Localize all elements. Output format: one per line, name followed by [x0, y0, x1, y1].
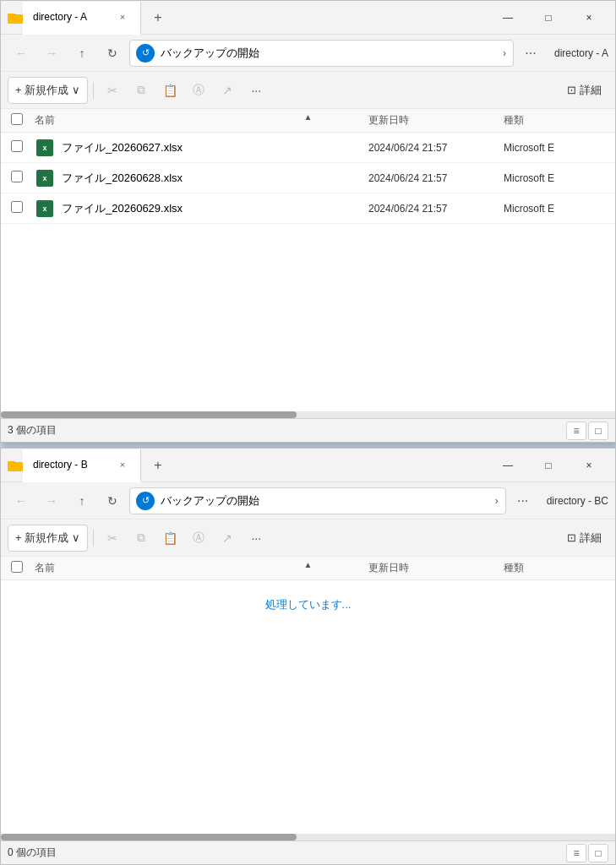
row-check-input-1-a[interactable] — [11, 140, 23, 152]
list-view-btn-a[interactable]: ≡ — [566, 422, 586, 440]
row-check-input-3-a[interactable] — [11, 201, 23, 213]
row-check-2-a — [11, 171, 28, 185]
copy-btn-a[interactable]: ⧉ — [128, 77, 155, 104]
up-btn-a[interactable]: ↑ — [68, 40, 95, 67]
paste-btn-b[interactable]: 📋 — [156, 525, 183, 552]
maximize-btn-a[interactable]: □ — [529, 4, 568, 31]
tab-title-b: directory - B — [33, 459, 115, 471]
refresh-btn-b[interactable]: ↻ — [99, 487, 126, 514]
minimize-btn-a[interactable]: — — [488, 4, 527, 31]
details-btn-b[interactable]: ⊡ 詳細 — [560, 525, 608, 552]
nav-bar-a: ← → ↑ ↻ ↺ バックアップの開始 › ··· directory - A — [1, 35, 615, 72]
file-name-2-a: ファイル_20260628.xlsx — [62, 171, 368, 186]
address-right-a: directory - A — [554, 47, 608, 59]
nav-more-btn-a[interactable]: ··· — [517, 40, 544, 67]
list-view-btn-b[interactable]: ≡ — [566, 844, 586, 862]
file-name-3-a: ファイル_20260629.xlsx — [62, 201, 368, 216]
back-btn-a[interactable]: ← — [8, 40, 35, 67]
tab-b[interactable]: directory - B × — [23, 449, 141, 482]
excel-icon-3-a: x — [36, 200, 53, 217]
col-type-b: 種類 — [504, 561, 605, 575]
row-check-input-2-a[interactable] — [11, 171, 23, 182]
excel-icon-2-a: x — [36, 170, 53, 187]
share-btn-b[interactable]: ↗ — [214, 525, 241, 552]
main-area-b: ▲ 名前 更新日時 種類 処理しています... — [1, 557, 615, 834]
h-scrollbar-a[interactable] — [1, 411, 615, 418]
file-icon-1-a: x — [35, 138, 55, 158]
title-bar-a: directory - A × + — □ × — [1, 1, 615, 35]
copy-btn-b[interactable]: ⧉ — [128, 525, 155, 552]
more-btn-b[interactable]: ··· — [243, 525, 270, 552]
status-bar-b: 0 個の項目 ≡ □ — [1, 841, 615, 864]
file-list-header-a: ▲ 名前 更新日時 種類 — [1, 109, 615, 133]
file-list-header-b: ▲ 名前 更新日時 種類 — [1, 557, 615, 580]
toolbar-sep-1-b — [93, 530, 94, 547]
new-tab-btn-a[interactable]: + — [144, 4, 172, 31]
maximize-btn-b[interactable]: □ — [529, 452, 568, 479]
window-controls-b: — □ × — [488, 452, 608, 479]
svg-rect-3 — [8, 461, 14, 463]
close-btn-a[interactable]: × — [570, 4, 608, 31]
table-row[interactable]: x ファイル_20260628.xlsx 2024/06/24 21:57 Mi… — [1, 163, 615, 193]
details-btn-a[interactable]: ⊡ 詳細 — [560, 77, 608, 104]
tab-area-a: directory - A × + — [8, 1, 488, 34]
sort-arrow-a: ▲ — [304, 112, 313, 122]
h-scrollbar-b[interactable] — [1, 834, 615, 841]
view-btns-b: ≡ □ — [566, 844, 608, 862]
grid-view-btn-a[interactable]: □ — [588, 422, 608, 440]
tab-a[interactable]: directory - A × — [23, 2, 141, 35]
paste-btn-a[interactable]: 📋 — [156, 77, 183, 104]
cut-btn-b[interactable]: ✂ — [99, 525, 126, 552]
address-bar-b[interactable]: ↺ バックアップの開始 › — [129, 487, 506, 514]
cut-btn-a[interactable]: ✂ — [99, 77, 126, 104]
rename-btn-a[interactable]: Ⓐ — [185, 77, 212, 104]
new-btn-b[interactable]: + 新規作成 ∨ — [8, 525, 88, 552]
file-date-1-a: 2024/06/24 21:57 — [368, 142, 504, 154]
new-btn-chevron-a: ∨ — [72, 84, 80, 96]
tab-area-b: directory - B × + — [8, 449, 488, 481]
grid-view-btn-b[interactable]: □ — [588, 844, 608, 862]
share-btn-a[interactable]: ↗ — [214, 77, 241, 104]
svg-rect-1 — [8, 14, 14, 15]
window-a: directory - A × + — □ × ← → ↑ ↻ ↺ バックア — [0, 0, 616, 443]
details-icon-b: ⊡ — [567, 531, 576, 544]
address-bar-a[interactable]: ↺ バックアップの開始 › — [129, 40, 514, 67]
address-icon-b: ↺ — [137, 492, 154, 509]
close-btn-b[interactable]: × — [570, 452, 608, 479]
new-tab-btn-b[interactable]: + — [144, 452, 172, 479]
back-btn-b[interactable]: ← — [8, 487, 35, 514]
file-name-1-a: ファイル_20260627.xlsx — [62, 140, 368, 155]
rename-btn-b[interactable]: Ⓐ — [185, 525, 212, 552]
minimize-btn-b[interactable]: — — [488, 452, 527, 479]
file-icon-3-a: x — [35, 199, 55, 219]
h-scrollbar-thumb-b[interactable] — [1, 834, 297, 841]
tab-close-a[interactable]: × — [115, 9, 130, 24]
nav-more-btn-b[interactable]: ··· — [510, 487, 537, 514]
file-type-3-a: Microsoft E — [504, 203, 605, 215]
col-date-a: 更新日時 — [368, 113, 504, 128]
table-row[interactable]: x ファイル_20260627.xlsx 2024/06/24 21:57 Mi… — [1, 133, 615, 163]
table-row[interactable]: x ファイル_20260629.xlsx 2024/06/24 21:57 Mi… — [1, 193, 615, 224]
h-scrollbar-thumb-a[interactable] — [1, 411, 297, 418]
tab-close-b[interactable]: × — [115, 457, 130, 472]
col-name-a: 名前 — [35, 113, 368, 128]
main-area-a: ▲ 名前 更新日時 種類 x ファイル_20260627 — [1, 109, 615, 411]
header-check-input-a[interactable] — [11, 113, 23, 125]
folder-icon-b — [8, 460, 23, 471]
header-check-input-b[interactable] — [11, 561, 23, 573]
address-text-a: バックアップの開始 — [161, 46, 496, 61]
row-check-3-a — [11, 201, 28, 215]
status-bar-a: 3 個の項目 ≡ □ — [1, 418, 615, 442]
more-btn-a[interactable]: ··· — [243, 77, 270, 104]
file-type-1-a: Microsoft E — [504, 142, 605, 154]
details-icon-a: ⊡ — [567, 84, 576, 96]
refresh-btn-a[interactable]: ↻ — [99, 40, 126, 67]
backup-circle-icon-b: ↺ — [136, 492, 155, 510]
forward-btn-a[interactable]: → — [38, 40, 65, 67]
forward-btn-b[interactable]: → — [38, 487, 65, 514]
up-btn-b[interactable]: ↑ — [68, 487, 95, 514]
window-content-a: ← → ↑ ↻ ↺ バックアップの開始 › ··· directory - A … — [1, 35, 615, 442]
folder-icon-a — [8, 12, 23, 24]
address-chevron-a: › — [503, 47, 506, 59]
new-btn-a[interactable]: + 新規作成 ∨ — [8, 77, 88, 104]
